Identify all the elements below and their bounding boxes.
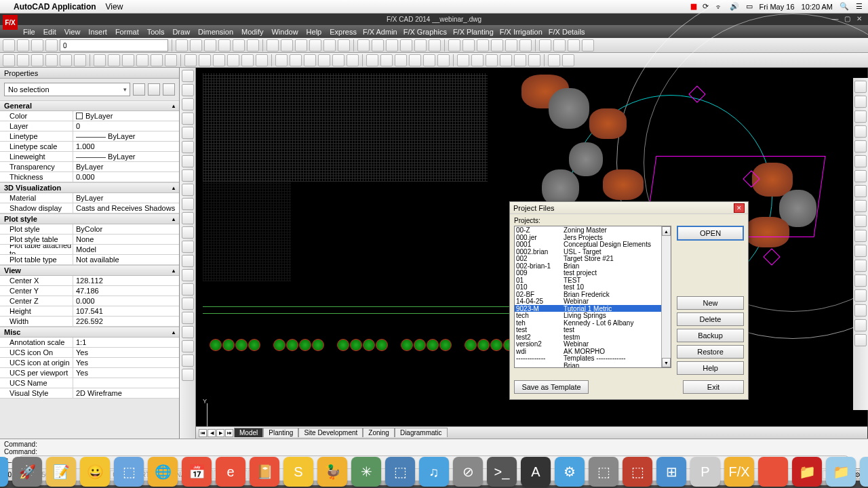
tool-icon[interactable] (204, 39, 216, 52)
scrollbar[interactable]: ▲ ▼ (661, 226, 671, 367)
tool-icon[interactable] (233, 39, 245, 52)
right-tool-icon[interactable] (854, 185, 867, 197)
tool-icon[interactable] (304, 54, 316, 66)
property-row[interactable]: Annotation scale1:1 (0, 338, 179, 348)
side-tool-icon[interactable] (182, 70, 194, 82)
right-tool-icon[interactable] (854, 230, 867, 242)
tool-icon[interactable] (491, 39, 503, 52)
tool-icon[interactable] (122, 54, 134, 66)
property-row[interactable]: Linetype scale1.000 (0, 142, 179, 152)
list-item[interactable]: tehKennedy - Lot 6 Albany (515, 319, 671, 327)
dock-app-icon[interactable]: ☺ (0, 457, 8, 487)
tool-icon[interactable] (184, 54, 197, 66)
tool-icon[interactable] (332, 54, 344, 66)
tool-icon[interactable] (448, 39, 460, 52)
property-row[interactable]: UCS icon at originYes (0, 358, 179, 368)
property-row[interactable]: Plot table attached toModel (0, 245, 179, 255)
tool-icon[interactable] (247, 39, 259, 52)
side-tool-icon[interactable] (182, 84, 194, 96)
menu-insert[interactable]: Insert (88, 28, 107, 36)
side-tool-icon[interactable] (182, 340, 194, 352)
tool-icon[interactable] (31, 54, 43, 66)
backup-button[interactable]: Backup (677, 329, 744, 342)
list-item[interactable]: 01TEST (515, 277, 671, 284)
dock-app-icon[interactable]: 🗑 (860, 457, 868, 487)
property-row[interactable]: UCS icon OnYes (0, 348, 179, 358)
tool-icon[interactable] (486, 54, 498, 66)
list-item[interactable]: -------------Templates ------------- (515, 354, 671, 362)
side-tool-icon[interactable] (182, 241, 194, 253)
tool-icon[interactable] (548, 54, 560, 66)
property-row[interactable]: ColorByLayer (0, 111, 179, 121)
right-tool-icon[interactable] (854, 289, 867, 302)
tool-icon[interactable] (553, 39, 566, 52)
tool-icon[interactable] (500, 54, 512, 66)
right-tool-icon[interactable] (854, 125, 867, 138)
layout-tab[interactable]: Site Development (298, 428, 363, 437)
save-as-template-button[interactable]: Save as Template (514, 380, 589, 394)
dock-app-icon[interactable]: ✳ (351, 457, 381, 487)
tool-icon[interactable] (423, 54, 435, 66)
property-row[interactable]: Plot styleByColor (0, 224, 179, 235)
menu-dimension[interactable]: Dimension (198, 28, 233, 36)
tool-icon[interactable] (471, 54, 484, 66)
tab-last-icon[interactable]: ⏭ (225, 429, 233, 437)
dock-app-icon[interactable]: ⊞ (656, 457, 686, 487)
side-tool-icon[interactable] (182, 298, 194, 310)
tool-icon[interactable] (309, 39, 321, 52)
right-tool-icon[interactable] (854, 334, 867, 346)
side-tool-icon[interactable] (182, 184, 194, 196)
menu-window[interactable]: Window (271, 28, 298, 36)
tool-icon[interactable] (347, 54, 359, 66)
tool-icon[interactable] (562, 54, 574, 66)
side-tool-icon[interactable] (182, 255, 194, 267)
menu-fxadmin[interactable]: F/X Admin (363, 28, 397, 36)
tool-icon[interactable] (74, 54, 86, 66)
new-button[interactable]: New (677, 296, 744, 310)
dock-app-icon[interactable]: ⬚ (114, 457, 144, 487)
dock-app-icon[interactable]: A (521, 457, 551, 487)
property-row[interactable]: Layer0 (0, 121, 179, 131)
tool-icon[interactable] (290, 54, 302, 66)
dock-app-icon[interactable]: ♫ (419, 457, 449, 487)
dock-app-icon[interactable]: >_ (487, 457, 517, 487)
tool-icon[interactable] (31, 39, 43, 52)
tool-icon[interactable] (582, 39, 594, 52)
list-item[interactable]: 002-brian-1Brian (515, 262, 671, 270)
tool-icon[interactable] (477, 39, 489, 52)
tool-icon[interactable] (218, 39, 231, 52)
dock-app-icon[interactable]: 📅 (182, 457, 212, 487)
right-tool-icon[interactable] (854, 260, 867, 272)
tool-icon[interactable] (429, 39, 441, 52)
right-tool-icon[interactable] (854, 274, 867, 287)
right-tool-icon[interactable] (854, 304, 867, 317)
tool-icon[interactable] (45, 39, 58, 52)
property-row[interactable]: Center Y47.186 (0, 286, 179, 296)
tool-icon[interactable] (395, 54, 407, 66)
section-header[interactable]: View▴ (0, 265, 179, 276)
tool-icon[interactable] (45, 54, 58, 66)
tool-icon[interactable] (414, 39, 427, 52)
menu-edit[interactable]: Edit (43, 28, 56, 36)
tool-icon[interactable] (176, 39, 188, 52)
menu-draw[interactable]: Draw (172, 28, 190, 36)
tool-icon[interactable] (165, 54, 177, 66)
tool-icon[interactable] (338, 39, 350, 52)
dock-app-icon[interactable]: 😀 (80, 457, 110, 487)
list-item[interactable]: 00-ZZoning Master (515, 226, 671, 234)
side-tool-icon[interactable] (182, 226, 194, 239)
list-item[interactable]: 0002.brianUSL - Target (515, 248, 671, 256)
dock-app-icon[interactable]: e (216, 457, 245, 487)
property-row[interactable]: TransparencyByLayer (0, 162, 179, 172)
tool-icon[interactable] (213, 54, 225, 66)
tool-icon[interactable] (539, 39, 551, 52)
tool-icon[interactable] (94, 54, 106, 66)
list-item[interactable]: 000.jerJers Projects (515, 234, 671, 241)
side-tool-icon[interactable] (182, 127, 194, 139)
menu-help[interactable]: Help (307, 28, 322, 36)
right-tool-icon[interactable] (854, 245, 867, 257)
layout-tab[interactable]: Diagrammatic (395, 428, 448, 437)
tool-icon[interactable] (108, 54, 120, 66)
tool-icon[interactable] (372, 39, 384, 52)
dock-app-icon[interactable]: 📁 (792, 457, 822, 487)
